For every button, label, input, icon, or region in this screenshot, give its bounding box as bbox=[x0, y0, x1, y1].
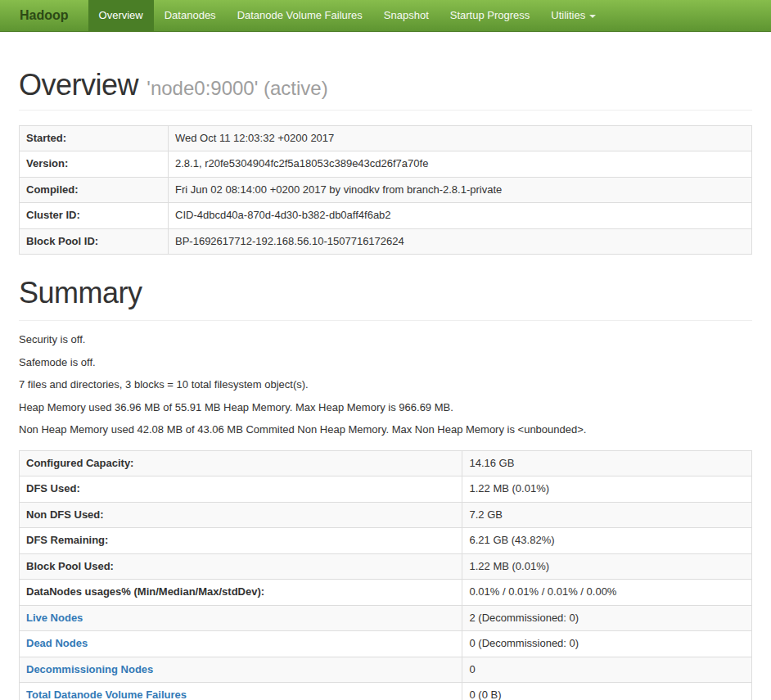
row-value: 0.01% / 0.01% / 0.01% / 0.00% bbox=[462, 580, 752, 605]
row-value: 0 bbox=[462, 657, 752, 682]
row-value: Fri Jun 02 08:14:00 +0200 2017 by vinodk… bbox=[169, 177, 752, 202]
row-value: BP-1692617712-192.168.56.10-150771617262… bbox=[169, 228, 752, 254]
nav-item: Snapshot bbox=[373, 0, 440, 31]
nav-item: Startup Progress bbox=[440, 0, 541, 31]
dead-nodes-link[interactable]: Dead Nodes bbox=[26, 637, 88, 649]
decommissioning-nodes-link[interactable]: Decommissioning Nodes bbox=[26, 663, 153, 675]
nav-item: Utilities bbox=[540, 0, 606, 31]
row-label: DFS Used: bbox=[20, 476, 462, 502]
namenode-subtitle: 'node0:9000' (active) bbox=[142, 77, 328, 99]
row-value: Wed Oct 11 12:03:32 +0200 2017 bbox=[169, 126, 752, 151]
page-title: Overview bbox=[19, 68, 138, 102]
nav-datanodes[interactable]: Datanodes bbox=[154, 0, 227, 31]
row-value: 2 (Decommissioned: 0) bbox=[462, 605, 752, 630]
nav-item: Datanodes bbox=[154, 0, 227, 31]
row-label: Non DFS Used: bbox=[20, 502, 462, 527]
summary-title: Summary bbox=[19, 276, 142, 309]
row-value: CID-4dbcd40a-870d-4d30-b382-db0aff4f6ab2 bbox=[169, 203, 752, 228]
table-row: Block Pool Used: 1.22 MB (0.01%) bbox=[20, 553, 752, 579]
nav-utilities-dropdown[interactable]: Utilities bbox=[540, 0, 606, 31]
nav-menu: Overview Datanodes Datanode Volume Failu… bbox=[88, 0, 607, 31]
nav-overview[interactable]: Overview bbox=[88, 0, 154, 31]
non-heap-memory: Non Heap Memory used 42.08 MB of 43.06 M… bbox=[19, 422, 752, 437]
cluster-info-table: Started: Wed Oct 11 12:03:32 +0200 2017 … bbox=[19, 125, 752, 255]
nav-datanode-volume-failures[interactable]: Datanode Volume Failures bbox=[227, 0, 373, 31]
table-row: Configured Capacity: 14.16 GB bbox=[20, 451, 752, 476]
nav-startup-progress[interactable]: Startup Progress bbox=[440, 0, 541, 31]
chevron-down-icon bbox=[589, 15, 596, 18]
row-value: 2.8.1, r20fe5304904fc2f5a18053c389e43cd2… bbox=[169, 151, 752, 177]
datanode-volume-failures-link[interactable]: Total Datanode Volume Failures bbox=[26, 689, 187, 700]
row-value: 0 (0 B) bbox=[462, 683, 752, 700]
row-label: Started: bbox=[20, 126, 169, 151]
table-row: Cluster ID: CID-4dbcd40a-870d-4d30-b382-… bbox=[20, 203, 752, 228]
table-row: Compiled: Fri Jun 02 08:14:00 +0200 2017… bbox=[20, 177, 752, 202]
table-row: Decommissioning Nodes 0 bbox=[20, 657, 752, 682]
table-row: DFS Used: 1.22 MB (0.01%) bbox=[20, 476, 752, 502]
page-header: Overview 'node0:9000' (active) bbox=[19, 68, 752, 111]
safemode-status: Safemode is off. bbox=[19, 355, 752, 370]
row-value: 0 (Decommissioned: 0) bbox=[462, 631, 752, 657]
live-nodes-link[interactable]: Live Nodes bbox=[26, 612, 83, 624]
row-label: Total Datanode Volume Failures bbox=[20, 683, 462, 700]
row-label: Dead Nodes bbox=[20, 631, 462, 657]
row-value: 6.21 GB (43.82%) bbox=[462, 528, 752, 553]
row-value: 1.22 MB (0.01%) bbox=[462, 553, 752, 579]
row-label: DFS Remaining: bbox=[20, 528, 462, 553]
table-row: DataNodes usages% (Min/Median/Max/stdDev… bbox=[20, 580, 752, 605]
row-label: Configured Capacity: bbox=[20, 451, 462, 476]
summary-status-lines: Security is off. Safemode is off. 7 file… bbox=[19, 332, 752, 437]
summary-header: Summary bbox=[19, 276, 752, 321]
table-row: Started: Wed Oct 11 12:03:32 +0200 2017 bbox=[20, 126, 752, 151]
row-label: Compiled: bbox=[20, 177, 169, 202]
table-row: Live Nodes 2 (Decommissioned: 0) bbox=[20, 605, 752, 630]
row-label: DataNodes usages% (Min/Median/Max/stdDev… bbox=[20, 580, 462, 605]
row-label: Decommissioning Nodes bbox=[20, 657, 462, 682]
security-status: Security is off. bbox=[19, 332, 752, 347]
heap-memory: Heap Memory used 36.96 MB of 55.91 MB He… bbox=[19, 400, 752, 415]
table-row: Version: 2.8.1, r20fe5304904fc2f5a18053c… bbox=[20, 151, 752, 177]
row-label: Block Pool Used: bbox=[20, 553, 462, 579]
table-row: Non DFS Used: 7.2 GB bbox=[20, 502, 752, 527]
table-row: Dead Nodes 0 (Decommissioned: 0) bbox=[20, 631, 752, 657]
filesystem-objects: 7 files and directories, 3 blocks = 10 t… bbox=[19, 377, 752, 392]
summary-table: Configured Capacity: 14.16 GB DFS Used: … bbox=[19, 450, 752, 700]
navbar: Hadoop Overview Datanodes Datanode Volum… bbox=[0, 0, 771, 32]
row-value: 1.22 MB (0.01%) bbox=[462, 476, 752, 502]
nav-item: Datanode Volume Failures bbox=[227, 0, 373, 31]
main-content: Overview 'node0:9000' (active) Started: … bbox=[0, 68, 771, 700]
table-row: DFS Remaining: 6.21 GB (43.82%) bbox=[20, 528, 752, 553]
brand[interactable]: Hadoop bbox=[0, 0, 88, 31]
row-value: 7.2 GB bbox=[462, 502, 752, 527]
row-label: Block Pool ID: bbox=[20, 228, 169, 254]
row-value: 14.16 GB bbox=[462, 451, 752, 476]
table-row: Total Datanode Volume Failures 0 (0 B) bbox=[20, 683, 752, 700]
row-label: Cluster ID: bbox=[20, 203, 169, 228]
row-label: Version: bbox=[20, 151, 169, 177]
nav-item: Overview bbox=[88, 0, 154, 31]
row-label: Live Nodes bbox=[20, 605, 462, 630]
nav-utilities-label: Utilities bbox=[551, 9, 585, 21]
table-row: Block Pool ID: BP-1692617712-192.168.56.… bbox=[20, 228, 752, 254]
nav-snapshot[interactable]: Snapshot bbox=[373, 0, 440, 31]
